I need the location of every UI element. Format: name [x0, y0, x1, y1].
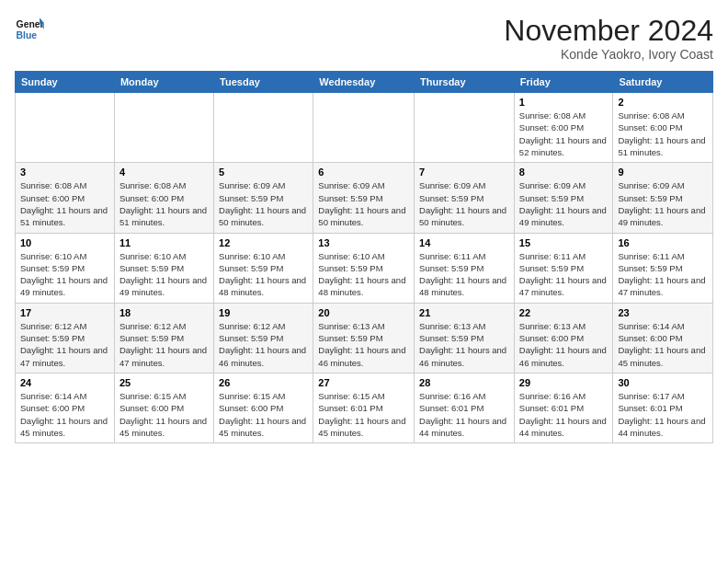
day-number: 12 [219, 237, 308, 248]
calendar-cell: 4Sunrise: 6:08 AM Sunset: 6:00 PM Daylig… [114, 163, 213, 233]
day-info: Sunrise: 6:12 AM Sunset: 5:59 PM Dayligh… [219, 320, 308, 369]
calendar-cell: 6Sunrise: 6:09 AM Sunset: 5:59 PM Daylig… [313, 163, 415, 233]
calendar-cell: 10Sunrise: 6:10 AM Sunset: 5:59 PM Dayli… [16, 233, 115, 303]
day-info: Sunrise: 6:09 AM Sunset: 5:59 PM Dayligh… [618, 179, 708, 228]
calendar-cell: 1Sunrise: 6:08 AM Sunset: 6:00 PM Daylig… [514, 93, 613, 163]
day-info: Sunrise: 6:08 AM Sunset: 6:00 PM Dayligh… [618, 109, 708, 158]
calendar-cell: 19Sunrise: 6:12 AM Sunset: 5:59 PM Dayli… [214, 303, 313, 373]
calendar-table: SundayMondayTuesdayWednesdayThursdayFrid… [15, 71, 713, 443]
day-number: 18 [119, 307, 209, 318]
day-number: 9 [618, 167, 708, 178]
day-info: Sunrise: 6:14 AM Sunset: 6:00 PM Dayligh… [618, 320, 708, 369]
calendar-cell: 22Sunrise: 6:13 AM Sunset: 6:00 PM Dayli… [514, 303, 613, 373]
day-header-sunday: Sunday [16, 72, 115, 93]
day-header-friday: Friday [514, 72, 613, 93]
day-number: 15 [519, 237, 609, 248]
day-info: Sunrise: 6:10 AM Sunset: 5:59 PM Dayligh… [119, 250, 209, 299]
day-number: 13 [318, 237, 409, 248]
page: General Blue November 2024 Konde Yaokro,… [0, 0, 728, 453]
day-number: 11 [119, 237, 209, 248]
day-number: 22 [519, 307, 609, 318]
title-block: November 2024 Konde Yaokro, Ivory Coast [504, 15, 713, 62]
calendar-cell: 26Sunrise: 6:15 AM Sunset: 6:00 PM Dayli… [214, 373, 313, 442]
day-number: 27 [318, 377, 409, 388]
calendar-cell: 27Sunrise: 6:15 AM Sunset: 6:01 PM Dayli… [313, 373, 415, 442]
day-number: 26 [219, 377, 308, 388]
calendar-cell: 5Sunrise: 6:09 AM Sunset: 5:59 PM Daylig… [214, 163, 313, 233]
month-title: November 2024 [504, 15, 713, 47]
day-number: 21 [419, 307, 509, 318]
day-info: Sunrise: 6:09 AM Sunset: 5:59 PM Dayligh… [219, 179, 308, 228]
calendar-cell [16, 93, 115, 163]
day-info: Sunrise: 6:09 AM Sunset: 5:59 PM Dayligh… [318, 179, 409, 228]
calendar-cell: 3Sunrise: 6:08 AM Sunset: 6:00 PM Daylig… [16, 163, 115, 233]
day-info: Sunrise: 6:13 AM Sunset: 6:00 PM Dayligh… [519, 320, 609, 369]
day-number: 25 [119, 377, 209, 388]
day-number: 14 [419, 237, 509, 248]
day-info: Sunrise: 6:08 AM Sunset: 6:00 PM Dayligh… [519, 109, 609, 158]
day-number: 3 [20, 167, 109, 178]
calendar-cell: 8Sunrise: 6:09 AM Sunset: 5:59 PM Daylig… [514, 163, 613, 233]
calendar-cell: 13Sunrise: 6:10 AM Sunset: 5:59 PM Dayli… [313, 233, 415, 303]
day-number: 8 [519, 167, 609, 178]
calendar-cell: 15Sunrise: 6:11 AM Sunset: 5:59 PM Dayli… [514, 233, 613, 303]
calendar-cell: 12Sunrise: 6:10 AM Sunset: 5:59 PM Dayli… [214, 233, 313, 303]
day-info: Sunrise: 6:17 AM Sunset: 6:01 PM Dayligh… [618, 390, 708, 439]
day-number: 4 [119, 167, 209, 178]
header: General Blue November 2024 Konde Yaokro,… [15, 15, 713, 62]
calendar-cell: 7Sunrise: 6:09 AM Sunset: 5:59 PM Daylig… [415, 163, 515, 233]
calendar-cell: 21Sunrise: 6:13 AM Sunset: 5:59 PM Dayli… [415, 303, 515, 373]
calendar-cell: 23Sunrise: 6:14 AM Sunset: 6:00 PM Dayli… [613, 303, 713, 373]
day-info: Sunrise: 6:12 AM Sunset: 5:59 PM Dayligh… [20, 320, 109, 369]
day-number: 28 [419, 377, 509, 388]
calendar-header-row: SundayMondayTuesdayWednesdayThursdayFrid… [16, 72, 713, 93]
calendar-cell: 14Sunrise: 6:11 AM Sunset: 5:59 PM Dayli… [415, 233, 515, 303]
day-number: 16 [618, 237, 708, 248]
calendar-cell [114, 93, 213, 163]
day-number: 10 [20, 237, 109, 248]
day-number: 2 [618, 97, 708, 108]
calendar-cell: 25Sunrise: 6:15 AM Sunset: 6:00 PM Dayli… [114, 373, 213, 442]
calendar-cell: 16Sunrise: 6:11 AM Sunset: 5:59 PM Dayli… [613, 233, 713, 303]
calendar-cell [214, 93, 313, 163]
day-info: Sunrise: 6:12 AM Sunset: 5:59 PM Dayligh… [119, 320, 209, 369]
day-number: 6 [318, 167, 409, 178]
calendar-cell [415, 93, 515, 163]
calendar-week-row: 1Sunrise: 6:08 AM Sunset: 6:00 PM Daylig… [16, 93, 713, 163]
day-info: Sunrise: 6:16 AM Sunset: 6:01 PM Dayligh… [519, 390, 609, 439]
calendar-week-row: 17Sunrise: 6:12 AM Sunset: 5:59 PM Dayli… [16, 303, 713, 373]
calendar-cell: 24Sunrise: 6:14 AM Sunset: 6:00 PM Dayli… [16, 373, 115, 442]
day-info: Sunrise: 6:08 AM Sunset: 6:00 PM Dayligh… [20, 179, 109, 228]
calendar-week-row: 3Sunrise: 6:08 AM Sunset: 6:00 PM Daylig… [16, 163, 713, 233]
day-number: 29 [519, 377, 609, 388]
day-info: Sunrise: 6:08 AM Sunset: 6:00 PM Dayligh… [119, 179, 209, 228]
calendar-cell: 20Sunrise: 6:13 AM Sunset: 5:59 PM Dayli… [313, 303, 415, 373]
day-number: 30 [618, 377, 708, 388]
calendar-cell: 9Sunrise: 6:09 AM Sunset: 5:59 PM Daylig… [613, 163, 713, 233]
calendar-week-row: 24Sunrise: 6:14 AM Sunset: 6:00 PM Dayli… [16, 373, 713, 442]
day-header-wednesday: Wednesday [313, 72, 415, 93]
location: Konde Yaokro, Ivory Coast [504, 47, 713, 62]
day-info: Sunrise: 6:11 AM Sunset: 5:59 PM Dayligh… [519, 250, 609, 299]
day-info: Sunrise: 6:10 AM Sunset: 5:59 PM Dayligh… [219, 250, 308, 299]
day-info: Sunrise: 6:15 AM Sunset: 6:00 PM Dayligh… [219, 390, 308, 439]
calendar-cell: 17Sunrise: 6:12 AM Sunset: 5:59 PM Dayli… [16, 303, 115, 373]
day-number: 17 [20, 307, 109, 318]
day-header-monday: Monday [114, 72, 213, 93]
calendar-cell [313, 93, 415, 163]
day-info: Sunrise: 6:13 AM Sunset: 5:59 PM Dayligh… [318, 320, 409, 369]
calendar-cell: 18Sunrise: 6:12 AM Sunset: 5:59 PM Dayli… [114, 303, 213, 373]
calendar-cell: 11Sunrise: 6:10 AM Sunset: 5:59 PM Dayli… [114, 233, 213, 303]
day-info: Sunrise: 6:09 AM Sunset: 5:59 PM Dayligh… [519, 179, 609, 228]
day-info: Sunrise: 6:11 AM Sunset: 5:59 PM Dayligh… [419, 250, 509, 299]
day-info: Sunrise: 6:09 AM Sunset: 5:59 PM Dayligh… [419, 179, 509, 228]
day-number: 19 [219, 307, 308, 318]
day-info: Sunrise: 6:10 AM Sunset: 5:59 PM Dayligh… [318, 250, 409, 299]
day-header-thursday: Thursday [415, 72, 515, 93]
calendar-cell: 29Sunrise: 6:16 AM Sunset: 6:01 PM Dayli… [514, 373, 613, 442]
day-number: 5 [219, 167, 308, 178]
day-info: Sunrise: 6:10 AM Sunset: 5:59 PM Dayligh… [20, 250, 109, 299]
day-number: 24 [20, 377, 109, 388]
day-number: 7 [419, 167, 509, 178]
day-number: 23 [618, 307, 708, 318]
